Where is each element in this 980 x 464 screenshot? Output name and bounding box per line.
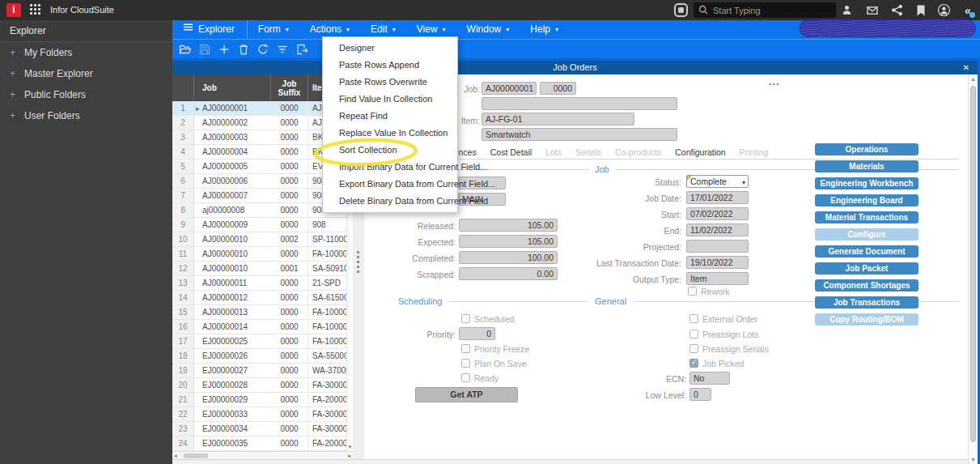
- sidebar-item-user-folders[interactable]: +User Folders: [0, 105, 172, 126]
- add-icon[interactable]: [218, 43, 231, 56]
- more-options-icon[interactable]: ...: [769, 75, 780, 87]
- grid-row-9[interactable]: 9AJ000000090000908: [172, 218, 346, 232]
- mail-icon[interactable]: [863, 0, 882, 20]
- grid-horizontal-scrollbar[interactable]: [172, 451, 353, 459]
- edit-menu-item-find-value-in-collection[interactable]: Find Value In Collection: [323, 91, 457, 108]
- edit-menu-item-paste-rows-append[interactable]: Paste Rows Append: [323, 57, 457, 74]
- grid-header-job-suffix[interactable]: Job Suffix: [271, 74, 308, 101]
- grid-row-10[interactable]: 10AJ000000100002SP-11000: [172, 232, 346, 247]
- open-folder-icon[interactable]: [179, 43, 192, 56]
- sidebar-item-master-explorer[interactable]: +Master Explorer: [0, 63, 172, 84]
- explorer-sidebar: Explorer +My Folders+Master Explorer+Pub…: [0, 20, 172, 464]
- grid-row-2[interactable]: 2AJ000000020000AJ-F: [172, 116, 346, 130]
- status-combo[interactable]: Complete: [686, 175, 749, 188]
- menu-label: Form: [258, 20, 281, 39]
- edit-menu-item-import-binary-data-for-current-field[interactable]: Import Binary Data for Current Field...: [323, 159, 457, 176]
- delete-icon[interactable]: [237, 43, 250, 56]
- grid-row-24[interactable]: 24EJ000000350000FA-20000: [172, 436, 346, 451]
- expand-icon[interactable]: +: [10, 89, 24, 100]
- expand-icon[interactable]: +: [10, 68, 24, 79]
- grid-row-4[interactable]: 4AJ000000040000BK-: [172, 145, 346, 160]
- grid-row-19[interactable]: 19EJ000000270000WA-37000: [172, 364, 346, 378]
- edit-menu-item-delete-binary-data-from-current-field[interactable]: Delete Binary Data from Current Field: [323, 193, 457, 210]
- scroll-down-icon[interactable]: [969, 456, 978, 463]
- grid-row-5[interactable]: 5AJ000000050000EVP: [172, 160, 346, 174]
- share-icon[interactable]: [887, 0, 906, 20]
- row-number: 11: [172, 247, 194, 261]
- tab-cost-detail[interactable]: Cost Detail: [490, 147, 532, 157]
- grid-row-23[interactable]: 23EJ000000340000FA-30000: [172, 422, 346, 436]
- edit-menu-item-export-binary-data-from-current-field[interactable]: Export Binary Data from Current Field...: [323, 176, 457, 193]
- expand-icon[interactable]: +: [10, 47, 24, 58]
- edit-menu-item-repeat-find[interactable]: Repeat Find: [323, 108, 457, 125]
- grid-row-21[interactable]: 21EJ000000290000FA-20000: [172, 393, 346, 407]
- grid-row-14[interactable]: 14AJ000000120000SA-61500: [172, 291, 346, 305]
- edit-menu-item-paste-rows-overwrite[interactable]: Paste Rows Overwrite: [323, 74, 457, 91]
- grid-row-22[interactable]: 22EJ000000330000FA-30000: [172, 407, 346, 422]
- menu-window[interactable]: Window▾: [456, 20, 520, 39]
- app-switcher-icon[interactable]: [674, 3, 688, 17]
- bookmark-icon[interactable]: [911, 0, 931, 20]
- app-grid-icon[interactable]: [30, 4, 42, 16]
- grid-row-18[interactable]: 18EJ000000260000SA-55000: [172, 349, 346, 364]
- menu-form[interactable]: Form▾: [248, 20, 299, 39]
- material-transactions-button[interactable]: Material Transactions: [815, 211, 918, 223]
- tab-configuration[interactable]: Configuration: [675, 147, 725, 157]
- job-cell: AJ00000010: [194, 262, 271, 275]
- grid-row-13[interactable]: 13AJ00000011000021-SPD: [172, 276, 346, 291]
- grid-row-16[interactable]: 16AJ000000140000FA-10000: [172, 320, 346, 334]
- job-transactions-button[interactable]: Job Transactions: [815, 296, 918, 309]
- expand-icon[interactable]: +: [10, 110, 24, 121]
- grid-row-17[interactable]: 17EJ000000250000FA-10000: [172, 334, 346, 349]
- generate-document-button[interactable]: Generate Document: [815, 245, 918, 258]
- window-vertical-scrollbar[interactable]: [968, 74, 978, 464]
- grid-row-1[interactable]: 1AJ000000010000AJ-F: [172, 101, 346, 116]
- materials-button[interactable]: Materials: [815, 160, 918, 172]
- scroll-thumb[interactable]: [970, 86, 976, 442]
- suffix-cell: 0000: [271, 334, 308, 348]
- scroll-thumb[interactable]: [184, 453, 208, 458]
- get-atp-button[interactable]: Get ATP: [415, 387, 518, 402]
- engineering-workbench-button[interactable]: Engineering Workbench: [815, 177, 918, 189]
- paste-export-icon[interactable]: [295, 43, 308, 56]
- filter-icon[interactable]: [276, 43, 289, 56]
- job-packet-button[interactable]: Job Packet: [815, 262, 918, 275]
- item-cell: FA-30000: [308, 407, 346, 421]
- grid-row-15[interactable]: 15AJ000000130000FA-10000: [172, 305, 346, 320]
- splitter-handle[interactable]: [357, 251, 360, 275]
- scroll-up-icon[interactable]: [969, 75, 978, 83]
- edit-menu-item-designer[interactable]: Designer: [323, 40, 457, 57]
- avatar-icon[interactable]: [934, 0, 953, 20]
- grid-row-20[interactable]: 20EJ000000280000FA-30000: [172, 378, 346, 393]
- grid-row-6[interactable]: 6AJ000000060000908: [172, 174, 346, 189]
- operations-button[interactable]: Operations: [815, 143, 918, 155]
- grid-row-7[interactable]: 7AJ000000070000908: [172, 189, 346, 203]
- edit-menu-item-replace-value-in-collection[interactable]: Replace Value In Collection: [323, 125, 457, 142]
- sidebar-item-label: My Folders: [24, 47, 72, 58]
- item-cell: SA-61500: [308, 291, 346, 304]
- sidebar-item-public-folders[interactable]: +Public Folders: [0, 84, 172, 105]
- menu-explorer[interactable]: Explorer: [172, 20, 248, 39]
- item-cell: FA-10000: [308, 334, 346, 348]
- global-search-input[interactable]: Start Typing: [694, 2, 836, 18]
- user-icon[interactable]: [837, 0, 856, 20]
- completed-label: Completed:: [367, 252, 456, 265]
- refresh-icon[interactable]: [257, 43, 269, 56]
- close-icon[interactable]: [963, 61, 969, 74]
- menu-help[interactable]: Help▾: [520, 20, 569, 39]
- sidebar-item-my-folders[interactable]: +My Folders: [0, 42, 172, 63]
- window-horizontal-scrollbar[interactable]: [172, 459, 968, 464]
- grid-row-11[interactable]: 11AJ000000100000FA-10000: [172, 247, 346, 262]
- window-titlebar[interactable]: Job Orders: [172, 61, 978, 74]
- engineering-board-button[interactable]: Engineering Board: [815, 194, 918, 206]
- collapse-panel-icon[interactable]: «: [958, 0, 978, 20]
- grid-header-job[interactable]: Job: [194, 74, 271, 101]
- grid-row-3[interactable]: 3AJ000000030000BK-: [172, 130, 346, 145]
- component-shortages-button[interactable]: Component Shortages: [815, 279, 918, 292]
- edit-menu-item-sort-collection[interactable]: Sort Collection: [323, 142, 457, 159]
- grid-row-8[interactable]: 8aj000000080000908: [172, 203, 346, 218]
- grid-row-12[interactable]: 12AJ000000100001SA-50910: [172, 262, 346, 276]
- ready-label: Ready: [474, 373, 498, 383]
- chevron-down-icon[interactable]: [742, 177, 745, 189]
- infor-logo-icon[interactable]: i: [6, 3, 21, 17]
